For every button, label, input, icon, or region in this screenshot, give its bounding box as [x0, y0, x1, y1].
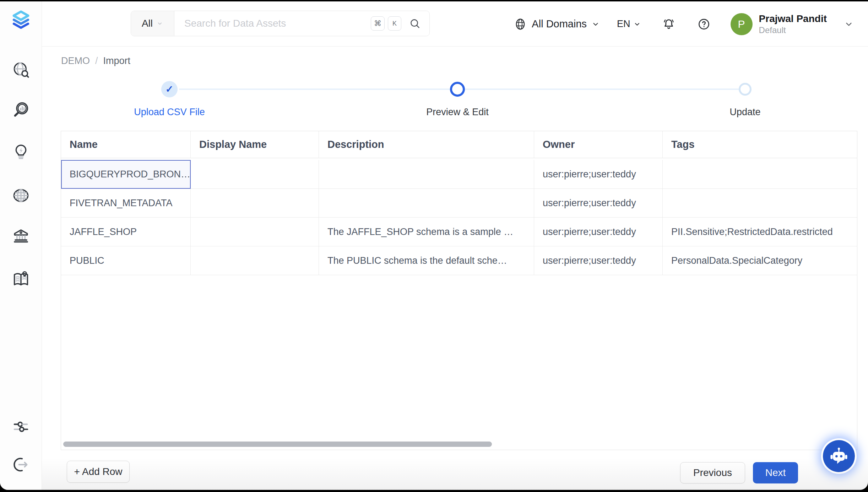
cell-owner[interactable]: user:pierre;user:teddy — [534, 189, 663, 218]
app-logo[interactable] — [10, 8, 32, 31]
sliders-icon — [12, 417, 30, 436]
horizontal-scrollbar[interactable] — [63, 442, 492, 447]
notifications-button[interactable] — [662, 17, 676, 31]
magnifier-chart-icon — [12, 100, 30, 119]
avatar: P — [731, 13, 753, 35]
cell-owner[interactable]: user:pierre;user:teddy — [534, 246, 663, 275]
cell-display-name[interactable] — [191, 160, 319, 189]
app-window: All ⌘ K All Domains — [0, 1, 868, 490]
help-button[interactable] — [697, 17, 711, 31]
cell-name[interactable]: JAFFLE_SHOP — [61, 218, 191, 246]
next-button[interactable]: Next — [753, 462, 798, 483]
user-name: Prajwal Pandit — [759, 13, 827, 25]
column-header-display-name: Display Name — [191, 131, 319, 158]
globe-icon — [514, 17, 527, 31]
user-role: Default — [759, 25, 827, 35]
cell-description[interactable]: The JAFFLE_SHOP schema is a sample … — [319, 218, 534, 246]
globe-search-icon — [12, 60, 30, 79]
sidebar-item-domains[interactable] — [12, 186, 30, 205]
sidebar-item-settings[interactable] — [12, 417, 30, 436]
book-bulb-icon — [12, 270, 30, 288]
language-label: EN — [617, 18, 630, 30]
step-label-update: Update — [729, 107, 760, 118]
globe-grid-icon — [12, 186, 30, 205]
search-input[interactable] — [174, 18, 371, 29]
breadcrumb: DEMO / Import — [61, 55, 130, 66]
language-dropdown[interactable]: EN — [617, 18, 641, 30]
sidebar-item-intelligence[interactable] — [12, 143, 30, 161]
sidebar — [0, 1, 42, 490]
sidebar-item-insights[interactable] — [12, 100, 30, 119]
domains-dropdown[interactable]: All Domains — [514, 17, 600, 31]
chevron-down-icon — [633, 20, 641, 28]
search-icon[interactable] — [409, 17, 421, 30]
cell-name[interactable]: BIGQUERYPROD_BRON… — [61, 160, 191, 189]
column-header-owner: Owner — [534, 131, 663, 158]
robot-icon — [829, 446, 849, 466]
chevron-down-icon — [591, 20, 600, 28]
cell-description[interactable] — [319, 160, 534, 189]
global-search: All ⌘ K — [131, 11, 430, 36]
import-preview-table: Name Display Name Description Owner Tags… — [61, 131, 857, 450]
step-update-pending[interactable] — [739, 83, 752, 96]
cell-tags[interactable]: PII.Sensitive;RestrictedData.restricted — [663, 218, 857, 246]
top-navbar: All ⌘ K All Domains — [42, 1, 868, 47]
cell-tags[interactable] — [663, 189, 857, 218]
cell-display-name[interactable] — [191, 246, 319, 275]
step-label-preview: Preview & Edit — [426, 107, 489, 118]
bank-icon — [12, 226, 30, 245]
navbar-right-cluster: All Domains EN — [514, 1, 854, 47]
previous-button[interactable]: Previous — [680, 462, 745, 483]
cell-display-name[interactable] — [191, 189, 319, 218]
cell-tags[interactable]: PersonalData.SpecialCategory — [663, 246, 857, 275]
step-label-upload: Upload CSV File — [134, 107, 205, 118]
breadcrumb-separator: / — [95, 55, 98, 66]
domains-label: All Domains — [532, 18, 587, 30]
cell-description[interactable] — [319, 189, 534, 218]
check-icon: ✓ — [166, 84, 174, 95]
sidebar-item-logout[interactable] — [12, 455, 30, 474]
search-scope-dropdown[interactable]: All — [131, 11, 174, 36]
sidebar-item-knowledge[interactable] — [12, 270, 30, 288]
cell-display-name[interactable] — [191, 218, 319, 246]
cell-name[interactable]: FIVETRAN_METADATA — [61, 189, 191, 218]
k-key-badge: K — [388, 16, 401, 31]
step-upload-complete[interactable]: ✓ — [161, 81, 178, 97]
search-scope-label: All — [142, 18, 153, 29]
cell-owner[interactable]: user:pierre;user:teddy — [534, 218, 663, 246]
cell-description[interactable]: The PUBLIC schema is the default sche… — [319, 246, 534, 275]
chatbot-button[interactable] — [821, 438, 857, 474]
layers-logo-icon — [10, 8, 32, 31]
stepper-connector — [465, 89, 739, 90]
sidebar-item-discovery[interactable] — [12, 60, 30, 79]
user-info: Prajwal Pandit Default — [759, 13, 827, 36]
chevron-down-icon — [156, 20, 163, 27]
question-circle-icon — [697, 17, 711, 31]
step-preview-active[interactable] — [450, 82, 465, 97]
stepper-connector — [179, 89, 450, 90]
column-header-tags: Tags — [663, 131, 857, 158]
breadcrumb-current: Import — [103, 55, 131, 66]
sidebar-item-governance[interactable] — [12, 226, 30, 245]
column-header-name: Name — [61, 131, 191, 158]
add-row-button[interactable]: + Add Row — [67, 461, 130, 483]
breadcrumb-root[interactable]: DEMO — [61, 55, 90, 66]
bell-icon — [662, 17, 676, 31]
column-header-description: Description — [319, 131, 534, 158]
chevron-down-icon[interactable] — [844, 19, 854, 29]
cell-owner[interactable]: user:pierre;user:teddy — [534, 160, 663, 189]
chatbot-circle — [823, 440, 855, 472]
logout-icon — [12, 455, 30, 474]
table-grid: Name Display Name Description Owner Tags… — [61, 131, 857, 275]
cell-tags[interactable] — [663, 160, 857, 189]
lightbulb-flash-icon — [12, 143, 30, 161]
cmd-key-badge: ⌘ — [371, 16, 385, 31]
cell-name[interactable]: PUBLIC — [61, 246, 191, 275]
user-menu[interactable]: P Prajwal Pandit Default — [731, 13, 827, 36]
